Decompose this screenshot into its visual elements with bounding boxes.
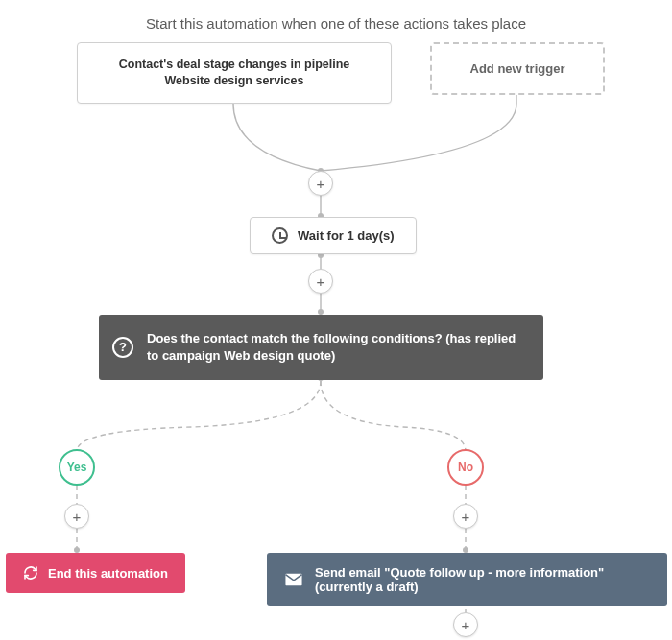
plus-icon: + [73,510,82,524]
send-email-action[interactable]: Send email "Quote follow up - more infor… [267,553,667,606]
plus-icon: + [317,274,325,289]
mail-icon [284,573,303,586]
condition-step[interactable]: ? Does the contact match the following c… [99,315,543,380]
send-email-label: Send email "Quote follow up - more infor… [315,565,650,594]
add-trigger-button[interactable]: Add new trigger [430,42,605,95]
question-icon: ? [112,337,133,358]
add-step-button[interactable]: + [308,269,333,294]
condition-text: Does the contact match the following con… [147,331,516,363]
branch-no[interactable]: No [447,449,484,486]
plus-icon: + [462,618,470,632]
add-step-button[interactable]: + [64,504,89,529]
plus-icon: + [317,177,325,191]
yes-label: Yes [67,461,87,474]
add-step-button[interactable]: + [453,504,478,529]
refresh-icon [23,565,38,581]
trigger-text: Contact's deal stage changes in pipeline… [119,58,350,87]
end-automation-label: End this automation [48,566,168,581]
clock-icon [272,227,288,244]
no-label: No [458,461,473,474]
add-step-button[interactable]: + [453,612,478,637]
branch-yes[interactable]: Yes [59,449,95,486]
wait-label: Wait for 1 day(s) [298,228,395,243]
plus-icon: + [462,510,470,524]
end-automation-action[interactable]: End this automation [6,553,185,593]
trigger-card[interactable]: Contact's deal stage changes in pipeline… [77,42,392,104]
page-title: Start this automation when one of these … [0,15,672,32]
add-trigger-label: Add new trigger [470,61,565,76]
add-step-button[interactable]: + [308,171,333,196]
wait-step[interactable]: Wait for 1 day(s) [250,217,417,254]
